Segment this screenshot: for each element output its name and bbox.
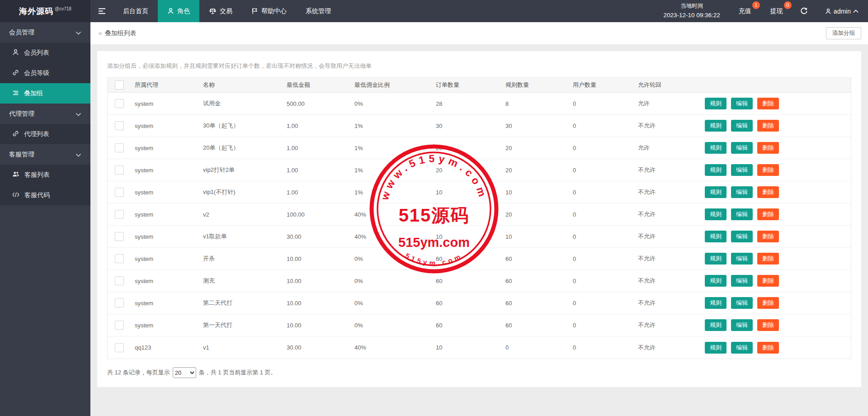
delete-button[interactable]: 删除: [757, 208, 779, 220]
edit-button[interactable]: 编辑: [731, 253, 753, 265]
delete-button[interactable]: 删除: [757, 231, 779, 242]
row-checkbox-cell: [108, 99, 131, 108]
row-checkbox[interactable]: [115, 99, 124, 108]
cell-agent: system: [131, 278, 199, 284]
row-checkbox[interactable]: [115, 165, 124, 175]
row-checkbox[interactable]: [115, 343, 124, 352]
edit-button[interactable]: 编辑: [731, 319, 753, 331]
row-checkbox[interactable]: [115, 276, 124, 285]
nav-item-help[interactable]: 帮助中心: [242, 0, 296, 22]
edit-button[interactable]: 编辑: [731, 342, 753, 354]
select-all-checkbox[interactable]: [115, 80, 124, 90]
rule-button[interactable]: 规则: [705, 142, 726, 154]
pagination-prefix: 共 12 条记录，每页显示: [107, 369, 170, 377]
rule-button[interactable]: 规则: [705, 253, 726, 265]
sidebar-item-stack-group[interactable]: 叠加组: [0, 83, 90, 104]
rule-button[interactable]: 规则: [705, 164, 726, 176]
user-menu[interactable]: admin: [816, 0, 868, 22]
sidebar-group-members[interactable]: 会员管理: [0, 22, 90, 43]
delete-button[interactable]: 删除: [757, 186, 779, 198]
delete-button[interactable]: 删除: [757, 98, 779, 109]
nav-item-recharge[interactable]: 充值 1: [729, 0, 761, 22]
row-actions: 规则编辑删除: [700, 186, 851, 198]
col-header-allow: 允许轮回: [634, 81, 700, 89]
breadcrumb: »叠加组列表: [99, 29, 137, 38]
username: admin: [834, 8, 851, 15]
nav-item-trade[interactable]: 交易: [199, 0, 242, 22]
add-group-button[interactable]: 添加分组: [826, 27, 861, 39]
code-icon: [12, 192, 19, 199]
sidebar-item-member-list[interactable]: 会员列表: [0, 43, 90, 63]
edit-button[interactable]: 编辑: [731, 164, 753, 176]
row-checkbox[interactable]: [115, 254, 124, 263]
sidebar-toggle-button[interactable]: [90, 0, 113, 22]
delete-button[interactable]: 删除: [757, 275, 779, 287]
delete-button[interactable]: 删除: [757, 319, 779, 331]
row-checkbox[interactable]: [115, 298, 124, 307]
cell-agent: system: [131, 322, 199, 329]
edit-button[interactable]: 编辑: [731, 98, 753, 109]
cell-rules: 60: [502, 300, 569, 307]
app-logo-text: 海外源码: [19, 6, 53, 17]
sidebar-item-agent-list[interactable]: 代理列表: [0, 124, 90, 144]
sidebar-item-member-level[interactable]: 会员等级: [0, 63, 90, 83]
delete-button[interactable]: 删除: [757, 253, 779, 265]
row-actions: 规则编辑删除: [700, 231, 851, 242]
rule-button[interactable]: 规则: [705, 319, 726, 331]
rule-button[interactable]: 规则: [705, 275, 726, 287]
rule-button[interactable]: 规则: [705, 231, 726, 242]
table-row: system20单（起飞）1.001%20200允许规则编辑删除: [108, 137, 851, 159]
delete-button[interactable]: 删除: [757, 297, 779, 309]
cell-min-amount: 10.00: [283, 278, 351, 284]
row-checkbox[interactable]: [115, 232, 124, 241]
rule-button[interactable]: 规则: [705, 120, 726, 132]
delete-button[interactable]: 删除: [757, 120, 779, 132]
edit-button[interactable]: 编辑: [731, 142, 753, 154]
local-time-label: 当地时间: [680, 2, 703, 10]
edit-button[interactable]: 编辑: [731, 120, 753, 132]
cell-commission: 1%: [351, 145, 432, 151]
edit-button[interactable]: 编辑: [731, 186, 753, 198]
rule-button[interactable]: 规则: [705, 297, 726, 309]
row-actions: 规则编辑删除: [700, 164, 851, 176]
cell-name: 测充: [199, 277, 283, 285]
refresh-button[interactable]: [793, 0, 816, 22]
edit-button[interactable]: 编辑: [731, 297, 753, 309]
row-checkbox[interactable]: [115, 188, 124, 197]
sidebar-item-support-code[interactable]: 客服代码: [0, 185, 90, 205]
delete-button[interactable]: 删除: [757, 164, 779, 176]
cell-agent: system: [131, 233, 199, 240]
cell-min-amount: 1.00: [283, 167, 351, 174]
page-size-select[interactable]: 20: [173, 367, 196, 378]
rule-button[interactable]: 规则: [705, 98, 726, 109]
row-checkbox[interactable]: [115, 321, 124, 330]
cell-users: 0: [569, 300, 634, 307]
sidebar-group-support[interactable]: 客服管理: [0, 144, 90, 165]
cell-orders: 10: [432, 189, 502, 196]
sidebar-item-label: 客服代码: [24, 191, 50, 199]
row-checkbox[interactable]: [115, 121, 124, 130]
col-header-rules: 规则数量: [502, 81, 569, 89]
chevron-down-icon: [75, 29, 81, 36]
cell-orders: 10: [432, 344, 502, 351]
main-content: »叠加组列表 添加分组 添加分组后，必须添加规则，并且规则需要对应好订单个数，若…: [90, 22, 868, 416]
cell-name: 试用金: [199, 99, 283, 108]
delete-button[interactable]: 删除: [757, 342, 779, 354]
nav-item-dashboard[interactable]: 后台首页: [113, 0, 158, 22]
edit-button[interactable]: 编辑: [731, 208, 753, 220]
row-checkbox[interactable]: [115, 210, 124, 219]
nav-item-roles[interactable]: 角色: [158, 0, 199, 22]
delete-button[interactable]: 删除: [757, 142, 779, 154]
row-checkbox-cell: [108, 143, 131, 152]
nav-item-system[interactable]: 系统管理: [296, 0, 340, 22]
cell-min-amount: 1.00: [283, 145, 351, 151]
sidebar-group-agents[interactable]: 代理管理: [0, 104, 90, 124]
sidebar-item-support-list[interactable]: 客服列表: [0, 165, 90, 185]
edit-button[interactable]: 编辑: [731, 275, 753, 287]
rule-button[interactable]: 规则: [705, 342, 726, 354]
edit-button[interactable]: 编辑: [731, 231, 753, 242]
rule-button[interactable]: 规则: [705, 186, 726, 198]
nav-item-withdraw[interactable]: 提现 0: [761, 0, 793, 22]
row-checkbox[interactable]: [115, 143, 124, 152]
rule-button[interactable]: 规则: [705, 208, 726, 220]
